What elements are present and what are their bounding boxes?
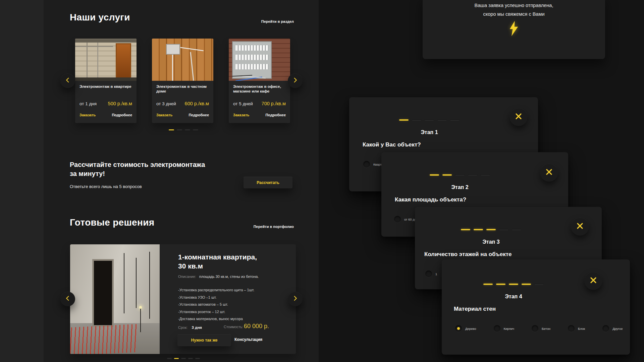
toast-message-line1: Ваша заявка успешно отправлена,: [423, 3, 605, 8]
order-button[interactable]: Заказать: [79, 113, 96, 117]
material-option: Дерево: [455, 325, 476, 332]
service-photo-house: [152, 39, 213, 81]
service-card: Электромонтаж в офисе, магазине или кафе…: [229, 39, 290, 123]
term-value: 3 дня: [192, 325, 202, 329]
feature-item: -Установка распределительного щита – 1шт…: [178, 287, 254, 294]
details-button[interactable]: Подробнее: [265, 113, 286, 117]
pagination-dash[interactable]: [167, 358, 172, 359]
service-duration: от 3 дней: [156, 101, 176, 106]
page-left-strip: [0, 0, 44, 362]
radio-button[interactable]: [363, 161, 370, 168]
need-same-button[interactable]: Нужно так же: [177, 334, 231, 346]
radio-button[interactable]: [394, 216, 401, 223]
material-option: Бетон: [532, 325, 550, 332]
chevron-right-icon: [292, 77, 298, 84]
progress-indicator: [483, 284, 544, 285]
option-row: от 60 до: [394, 216, 416, 223]
radio-button[interactable]: [602, 325, 609, 332]
feature-item: -Установка УЗО –1 шт.: [178, 294, 254, 301]
progress-indicator: [399, 119, 460, 121]
portfolio-next-button[interactable]: [288, 292, 303, 306]
step-question: Материал стен: [454, 306, 496, 312]
service-card-title: Электромонтаж в частном доме: [152, 81, 213, 94]
services-next-button[interactable]: [288, 73, 303, 88]
close-icon: [589, 276, 597, 286]
pagination-dash[interactable]: [195, 358, 200, 359]
service-photo-apartment: [75, 39, 137, 81]
step-title: Этап 2: [430, 184, 490, 190]
material-option: Кирпич: [494, 325, 515, 332]
material-option: Другое: [602, 325, 623, 332]
order-button[interactable]: Заказать: [233, 113, 249, 117]
modal-close-button[interactable]: [571, 218, 589, 236]
services-prev-button[interactable]: [60, 73, 75, 88]
portfolio-feature-list: -Установка распределительного щита – 1шт…: [178, 287, 254, 323]
feature-item: -Установка розеток – 12 шт.: [178, 308, 254, 316]
option-row: 1: [425, 270, 437, 277]
consultation-button[interactable]: Консультация: [234, 337, 288, 342]
modal-close-button[interactable]: [540, 164, 558, 182]
chevron-left-icon: [65, 295, 71, 303]
services-pagination: [169, 129, 198, 130]
calculator-title: Рассчитайте стоимость электромонтажа за …: [70, 160, 205, 178]
portfolio-photo: [70, 244, 160, 354]
service-price: 600 р./кв.м: [185, 101, 209, 106]
portfolio-pagination: [167, 358, 200, 359]
service-card: Электромонтаж в частном доме от 3 дней 6…: [152, 39, 213, 123]
radio-label: 1: [435, 272, 437, 276]
radio-label: Бетон: [542, 327, 550, 330]
service-card-title: Электромонтаж в квартире: [75, 81, 137, 89]
portfolio-section-link[interactable]: Перейти в портфолио: [70, 225, 294, 229]
chevron-right-icon: [292, 295, 298, 303]
wizard-modal-step4: Этап 4 Материал стен Дерево Кирпич Бетон…: [442, 259, 630, 355]
step-question: Количество этажей на объекте: [424, 251, 512, 258]
progress-indicator: [430, 174, 490, 176]
success-toast: Ваша заявка успешно отправлена, скоро мы…: [423, 0, 605, 59]
services-section-link[interactable]: Перейти в раздел: [70, 19, 294, 23]
portfolio-item-title: 1-комнатная квартира, 30 кв.м: [178, 252, 257, 270]
pagination-dash[interactable]: [181, 358, 186, 359]
order-button[interactable]: Заказать: [156, 113, 172, 117]
material-option: Блок: [568, 325, 585, 332]
description-value: площадь 30 кв.м, стены из бетона.: [199, 275, 259, 279]
pagination-dash[interactable]: [188, 358, 193, 359]
modal-close-button[interactable]: [584, 272, 602, 290]
service-price: 700 р./кв.м: [262, 101, 286, 106]
term-label: Срок:: [178, 325, 187, 329]
modal-close-button[interactable]: [509, 108, 528, 126]
toast-message-line2: скоро мы свяжемся с Вами: [423, 11, 605, 17]
close-icon: [545, 168, 553, 177]
radio-label: Дерево: [465, 327, 476, 330]
pagination-dash[interactable]: [177, 129, 182, 130]
service-duration: от 5 дней: [233, 101, 253, 106]
service-photo-office: [229, 39, 290, 81]
calculate-button[interactable]: Рассчитать: [244, 177, 292, 188]
cost-value: 60 000 р.: [244, 323, 269, 330]
step-title: Этап 4: [483, 294, 544, 300]
pagination-dash[interactable]: [169, 129, 174, 130]
radio-button-selected[interactable]: [455, 325, 462, 332]
radio-label: Кирпич: [504, 327, 515, 330]
step-title: Этап 1: [399, 129, 460, 135]
radio-label: Блок: [578, 327, 585, 330]
description-label: Описание:: [178, 275, 196, 279]
step-question: Какая площадь объекта?: [395, 196, 466, 203]
details-button[interactable]: Подробнее: [112, 113, 132, 117]
pagination-dash[interactable]: [185, 129, 190, 130]
cost-label: Стоимость:: [224, 325, 243, 329]
radio-button[interactable]: [568, 325, 575, 332]
radio-button[interactable]: [494, 325, 500, 332]
radio-button[interactable]: [425, 270, 432, 277]
close-icon: [576, 222, 584, 231]
radio-label: от 60 до: [404, 218, 416, 221]
details-button[interactable]: Подробнее: [189, 113, 209, 117]
service-duration: от 1 дня: [79, 101, 97, 106]
pagination-dash[interactable]: [193, 129, 198, 130]
progress-indicator: [461, 229, 521, 230]
portfolio-card: 1-комнатная квартира, 30 кв.м Описание: …: [70, 244, 296, 354]
pagination-dash[interactable]: [174, 358, 179, 359]
radio-button[interactable]: [532, 325, 538, 332]
lightning-bolt-icon: [423, 21, 605, 38]
portfolio-prev-button[interactable]: [60, 292, 75, 306]
radio-label: Другое: [612, 327, 623, 330]
